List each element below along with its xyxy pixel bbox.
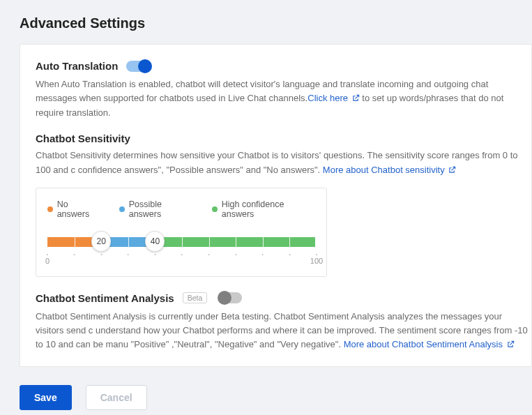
page-title: Advanced Settings (0, 0, 532, 44)
sensitivity-title: Chatbot Sensitivity (36, 133, 531, 144)
auto-translation-title: Auto Translation (36, 60, 118, 72)
sentiment-title: Chatbot Sentiment Analysis (36, 292, 174, 304)
auto-translation-toggle[interactable] (126, 61, 150, 72)
save-button[interactable]: Save (20, 385, 72, 410)
slider-handle[interactable]: 40 (145, 231, 165, 252)
settings-card: Auto Translation When Auto Translation i… (20, 44, 532, 367)
sensitivity-slider-panel: No answers Possible answers High confide… (36, 188, 327, 277)
sentiment-toggle[interactable] (218, 292, 242, 303)
sentiment-more-link[interactable]: More about Chatbot Sentiment Analysis (344, 339, 515, 349)
beta-badge: Beta (183, 292, 208, 303)
external-link-icon (507, 338, 515, 352)
sensitivity-slider[interactable]: 2040 (47, 237, 315, 247)
slider-handle[interactable]: 20 (91, 231, 111, 252)
dot-icon (119, 206, 125, 212)
slider-ticks: 0.........100 (47, 254, 315, 266)
sensitivity-desc: Chatbot Sensitivity determines how sensi… (36, 149, 531, 177)
dot-icon (212, 206, 218, 212)
external-link-icon (448, 164, 456, 178)
dot-icon (47, 206, 53, 212)
sentiment-desc: Chatbot Sentiment Analysis is currently … (36, 310, 531, 352)
sensitivity-more-link[interactable]: More about Chatbot sensitivity (323, 165, 457, 175)
auto-translation-setup-link[interactable]: Click here (307, 93, 359, 103)
external-link-icon (352, 92, 360, 106)
auto-translation-desc: When Auto Translation is enabled, chatbo… (36, 77, 531, 120)
cancel-button[interactable]: Cancel (86, 385, 147, 410)
sensitivity-legend: No answers Possible answers High confide… (47, 199, 315, 219)
